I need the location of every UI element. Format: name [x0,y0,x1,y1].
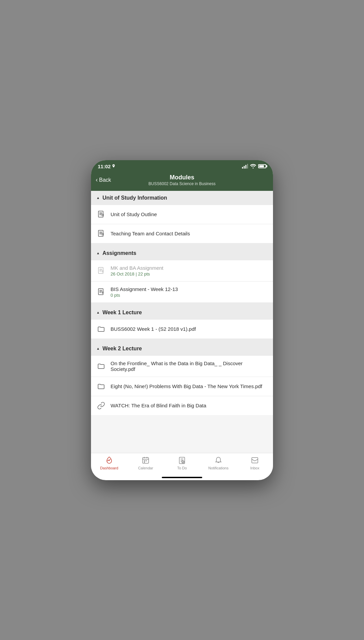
svg-rect-26 [144,462,145,463]
section-divider [91,303,273,306]
list-item[interactable]: BIS Assignment - Week 12-13 0 pts [91,282,273,303]
item-content: Unit of Study Outline [111,211,268,217]
home-indicator [162,477,202,478]
section-header-assignments: ▲ Assignments [91,246,273,260]
location-icon [112,164,115,168]
svg-rect-32 [252,458,258,463]
battery-icon [258,164,266,168]
status-bar: 11:02 [91,160,273,171]
item-subtitle: 26 Oct 2018 | 22 pts [111,271,268,277]
section-title-week2: Week 2 Lecture [102,346,142,352]
section-title-week1: Week 1 Lecture [102,310,142,316]
item-subtitle: 0 pts [111,293,268,298]
signal-bars [242,164,248,169]
item-title: MK and BA Assignment [111,265,268,271]
content-area: ▲ Unit of Study Information Unit of Stud… [91,191,273,453]
battery-fill [259,165,264,167]
item-content: Eight (No, Nine!) Problems With Big Data… [111,383,268,389]
signal-bar-3 [245,165,246,169]
list-item[interactable]: On the Frontline_ What is the Data in Bi… [91,356,273,377]
document-icon [96,210,106,219]
collapse-icon-week2: ▲ [96,347,100,350]
section-header-unit-info: ▲ Unit of Study Information [91,191,273,205]
svg-rect-25 [146,460,147,461]
item-title: BUSS6002 Week 1 - (S2 2018 v1).pdf [111,326,268,332]
todo-icon [178,456,186,465]
inbox-icon [250,456,259,465]
section-header-week1: ▲ Week 1 Lecture [91,306,273,320]
course-subtitle: BUSS6002 Data Science in Business [149,181,216,186]
item-title: WATCH: The Era of Blind Faith in Big Dat… [111,403,268,408]
document-icon [96,229,106,238]
signal-bar-4 [247,164,248,169]
status-icons [242,164,266,169]
svg-rect-24 [144,460,145,461]
svg-rect-16 [98,289,103,295]
tab-label-inbox: Inbox [250,466,260,470]
header-title-group: Modules BUSS6002 Data Science in Busines… [149,174,216,186]
dashboard-icon [105,456,114,465]
status-time: 11:02 [98,164,115,169]
tab-label-dashboard: Dashboard [100,466,118,470]
tab-label-todo: To Do [177,466,187,470]
time-display: 11:02 [98,164,111,169]
page-title: Modules [149,174,216,181]
notifications-icon [214,456,223,465]
list-item[interactable]: Teaching Team and Contact Details [91,224,273,243]
list-item[interactable]: WATCH: The Era of Blind Faith in Big Dat… [91,396,273,415]
back-button[interactable]: ‹ Back [96,176,111,183]
back-label: Back [99,177,111,183]
signal-bar-2 [244,166,245,169]
tab-todo[interactable]: To Do [172,456,192,470]
item-title: On the Frontline_ What is the Data in Bi… [111,360,268,372]
folder-icon [96,361,106,371]
collapse-icon-assignments: ▲ [96,251,100,255]
item-title: Unit of Study Outline [111,211,268,217]
item-content: Teaching Team and Contact Details [111,231,268,236]
assignment-icon [96,287,106,297]
signal-bar-1 [242,167,243,169]
phone-frame: 11:02 ‹ Back Modules [91,160,273,480]
header: ‹ Back Modules BUSS6002 Data Science in … [91,171,273,191]
tab-inbox[interactable]: Inbox [245,456,265,470]
item-content: On the Frontline_ What is the Data in Bi… [111,360,268,372]
folder-icon [96,382,106,391]
list-item[interactable]: Eight (No, Nine!) Problems With Big Data… [91,377,273,396]
item-title: BIS Assignment - Week 12-13 [111,286,268,292]
item-content: MK and BA Assignment 26 Oct 2018 | 22 pt… [111,265,268,277]
item-content: WATCH: The Era of Blind Faith in Big Dat… [111,403,268,408]
calendar-icon [141,456,150,465]
tab-calendar[interactable]: Calendar [135,456,156,470]
item-title: Teaching Team and Contact Details [111,231,268,236]
folder-icon [96,324,106,334]
svg-rect-12 [98,267,103,273]
section-header-week2: ▲ Week 2 Lecture [91,342,273,356]
link-icon [96,401,106,410]
section-title-assignments: Assignments [102,250,136,256]
assignment-icon [96,266,106,275]
tab-label-notifications: Notifications [208,466,229,470]
item-content: BUSS6002 Week 1 - (S2 2018 v1).pdf [111,326,268,332]
list-item[interactable]: Unit of Study Outline [91,205,273,224]
item-title: Eight (No, Nine!) Problems With Big Data… [111,383,268,389]
list-item[interactable]: MK and BA Assignment 26 Oct 2018 | 22 pt… [91,260,273,282]
tab-notifications[interactable]: Notifications [208,456,229,470]
item-content: BIS Assignment - Week 12-13 0 pts [111,286,268,298]
list-item[interactable]: BUSS6002 Week 1 - (S2 2018 v1).pdf [91,320,273,339]
section-divider [91,339,273,342]
tab-bar: Dashboard Calendar [91,453,273,477]
tab-label-calendar: Calendar [138,466,153,470]
wifi-icon [250,164,256,169]
tab-dashboard[interactable]: Dashboard [99,456,119,470]
section-title-unit-info: Unit of Study Information [102,195,167,201]
back-chevron-icon: ‹ [96,176,98,183]
section-divider [91,243,273,246]
collapse-icon-week1: ▲ [96,311,100,314]
collapse-icon-unit-info: ▲ [96,196,100,200]
